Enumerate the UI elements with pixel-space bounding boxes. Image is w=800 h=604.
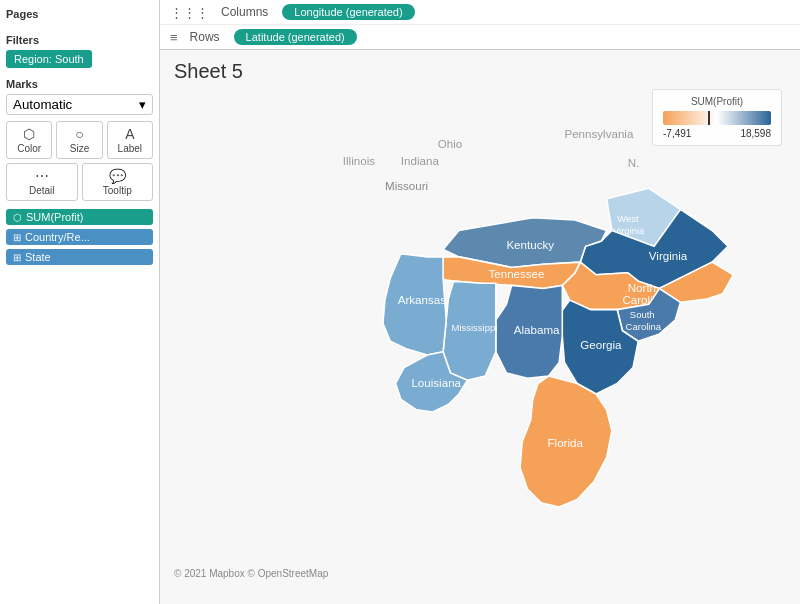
state-pill[interactable]: ⊞ State (6, 249, 153, 265)
svg-text:West: West (617, 213, 639, 224)
svg-text:Florida: Florida (548, 436, 584, 449)
detail-icon: ⋯ (35, 168, 49, 184)
color-mark-button[interactable]: ⬡ Color (6, 121, 52, 159)
map-area: Ohio Illinois Indiana Pennsylvania N. Mi… (174, 89, 786, 583)
filter-chip[interactable]: Region: South (6, 50, 92, 68)
svg-text:Carolina: Carolina (626, 321, 662, 332)
svg-text:North: North (628, 281, 656, 294)
size-label: Size (70, 143, 89, 154)
svg-text:Louisiana: Louisiana (411, 376, 461, 389)
legend-labels: -7,491 18,598 (663, 128, 771, 139)
filters-section: Filters Region: South (6, 34, 153, 68)
svg-text:Alabama: Alabama (514, 323, 560, 336)
pages-title: Pages (6, 8, 153, 20)
color-label: Color (17, 143, 41, 154)
tooltip-mark-button[interactable]: 💬 Tooltip (82, 163, 154, 201)
rows-label: Rows (190, 30, 220, 44)
label-icon: A (125, 126, 134, 142)
sum-profit-pill[interactable]: ⬡ SUM(Profit) (6, 209, 153, 225)
pages-section: Pages (6, 8, 153, 24)
size-mark-button[interactable]: ○ Size (56, 121, 102, 159)
latitude-chip[interactable]: Latitude (generated) (234, 29, 357, 45)
legend-marker (708, 111, 710, 125)
legend-min: -7,491 (663, 128, 691, 139)
svg-text:Georgia: Georgia (580, 338, 622, 351)
legend-title: SUM(Profit) (663, 96, 771, 107)
state-label: State (25, 251, 51, 263)
sum-profit-icon: ⬡ (13, 212, 22, 223)
copyright: © 2021 Mapbox © OpenStreetMap (174, 568, 328, 579)
sidebar: Pages Filters Region: South Marks Automa… (0, 0, 160, 604)
country-region-icon: ⊞ (13, 232, 21, 243)
state-icon: ⊞ (13, 252, 21, 263)
legend-gradient (663, 111, 771, 125)
svg-text:Mississippi: Mississippi (452, 322, 498, 333)
chart-container: Sheet 5 Ohio Illinois Indiana Pennsylvan… (160, 50, 800, 604)
label-label: Label (118, 143, 142, 154)
rows-row: ≡ Rows Latitude (generated) (160, 25, 800, 49)
columns-label: Columns (221, 5, 268, 19)
marks-section: Marks Automatic ▾ ⬡ Color ○ Size A Label… (6, 78, 153, 269)
legend-max: 18,598 (740, 128, 771, 139)
svg-text:South: South (630, 309, 655, 320)
marks-dropdown-label: Automatic (13, 97, 72, 112)
chevron-down-icon: ▾ (139, 97, 146, 112)
marks-buttons-grid2: ⋯ Detail 💬 Tooltip (6, 163, 153, 201)
filters-title: Filters (6, 34, 153, 46)
marks-dropdown[interactable]: Automatic ▾ (6, 94, 153, 115)
longitude-chip[interactable]: Longitude (generated) (282, 4, 414, 20)
svg-text:Kentucky: Kentucky (506, 238, 554, 251)
svg-text:N.: N. (628, 156, 640, 169)
svg-text:Arkansas: Arkansas (398, 293, 447, 306)
label-mark-button[interactable]: A Label (107, 121, 153, 159)
toolbar: ⋮⋮⋮ Columns Longitude (generated) ≡ Rows… (160, 0, 800, 50)
detail-label: Detail (29, 185, 55, 196)
svg-text:Tennessee: Tennessee (488, 267, 544, 280)
country-region-label: Country/Re... (25, 231, 90, 243)
columns-icon: ⋮⋮⋮ (170, 5, 209, 20)
svg-text:Virginia: Virginia (649, 249, 688, 262)
main-area: ⋮⋮⋮ Columns Longitude (generated) ≡ Rows… (160, 0, 800, 604)
map-svg: Ohio Illinois Indiana Pennsylvania N. Mi… (174, 89, 786, 583)
tooltip-label: Tooltip (103, 185, 132, 196)
color-icon: ⬡ (23, 126, 35, 142)
rows-icon: ≡ (170, 30, 178, 45)
columns-row: ⋮⋮⋮ Columns Longitude (generated) (160, 0, 800, 25)
sum-profit-label: SUM(Profit) (26, 211, 83, 223)
svg-text:Indiana: Indiana (401, 154, 440, 167)
svg-text:Missouri: Missouri (385, 179, 428, 192)
legend: SUM(Profit) -7,491 18,598 (652, 89, 782, 146)
country-region-pill[interactable]: ⊞ Country/Re... (6, 229, 153, 245)
marks-title: Marks (6, 78, 153, 90)
svg-text:Illinois: Illinois (343, 154, 375, 167)
tooltip-icon: 💬 (109, 168, 126, 184)
detail-mark-button[interactable]: ⋯ Detail (6, 163, 78, 201)
sheet-title: Sheet 5 (174, 60, 786, 83)
size-icon: ○ (75, 126, 83, 142)
svg-text:Pennsylvania: Pennsylvania (564, 127, 634, 140)
marks-buttons-grid: ⬡ Color ○ Size A Label (6, 121, 153, 159)
svg-text:Ohio: Ohio (438, 137, 463, 150)
